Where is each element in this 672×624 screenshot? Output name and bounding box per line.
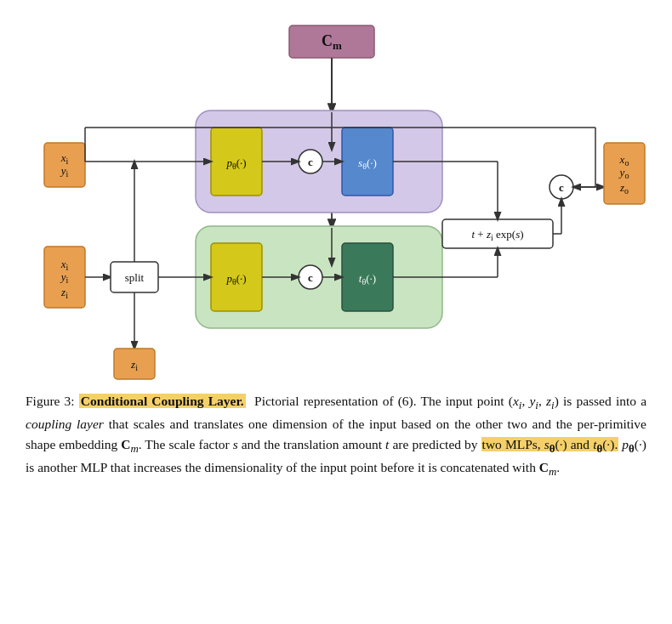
figure-title: Conditional Coupling Layer. bbox=[79, 394, 246, 408]
svg-text:pθ(·): pθ(·) bbox=[225, 272, 246, 286]
figure-label: Figure 3: bbox=[26, 394, 75, 408]
figure-caption: Figure 3: Conditional Coupling Layer. Pi… bbox=[26, 391, 646, 480]
svg-text:c: c bbox=[308, 271, 313, 284]
svg-text:t + zi exp(s): t + zi exp(s) bbox=[471, 228, 523, 242]
diagram-container: Cm pθ(·) c sθ(·) pθ(·) bbox=[26, 17, 646, 383]
svg-text:sθ(·): sθ(·) bbox=[358, 156, 377, 171]
svg-text:c: c bbox=[308, 156, 313, 168]
svg-text:pθ(·): pθ(·) bbox=[225, 156, 246, 171]
svg-text:tθ(·): tθ(·) bbox=[359, 272, 376, 286]
svg-text:c: c bbox=[559, 181, 564, 194]
svg-text:split: split bbox=[125, 271, 145, 284]
